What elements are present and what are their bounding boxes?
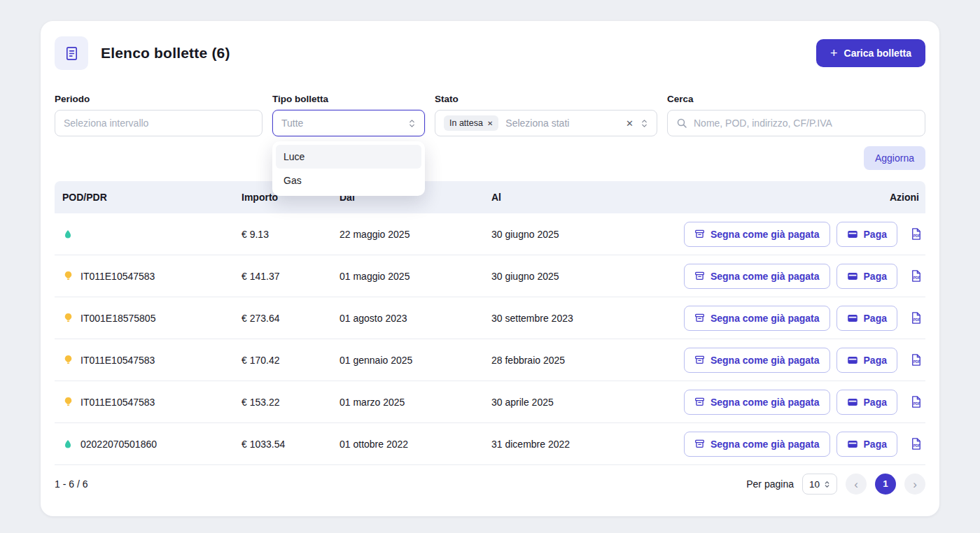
pdf-icon[interactable]: PDF [909,227,923,241]
pay-label: Paga [864,229,887,240]
mark-paid-button[interactable]: Segna come già pagata [684,390,830,415]
current-page-button[interactable]: 1 [875,474,896,495]
upload-bill-label: Carica bolletta [844,48,911,59]
pod-label: IT011E10547583 [80,271,155,282]
pdf-icon[interactable]: PDF [909,311,923,325]
archive-icon [694,355,705,365]
bill-app-icon [55,36,88,70]
archive-icon [694,439,705,449]
mark-paid-button[interactable]: Segna come già pagata [684,222,830,247]
card-icon [847,355,858,366]
periodo-label: Periodo [55,94,262,104]
pay-button[interactable]: Paga [836,432,897,457]
pod-label: IT011E10547583 [80,397,155,408]
pay-button[interactable]: Paga [836,306,897,331]
mark-paid-label: Segna come già pagata [710,271,820,282]
mark-paid-button[interactable]: Segna come già pagata [684,306,830,331]
stato-clear-icon[interactable]: ✕ [626,118,634,129]
filter-tipo: Tipo bolletta Tutte Luce Gas [272,94,425,136]
table-header-row: POD/PDR Importo Dal Al Azioni [55,181,925,213]
periodo-input-wrap [55,110,262,136]
bulb-icon [62,313,74,323]
next-page-button[interactable]: › [904,474,925,495]
dal-cell: 01 marzo 2025 [340,397,491,408]
mark-paid-button[interactable]: Segna come già pagata [684,432,830,457]
al-cell: 30 settembre 2023 [491,313,665,324]
pay-label: Paga [864,355,887,366]
prev-page-button[interactable]: ‹ [846,474,867,495]
mark-paid-label: Segna come già pagata [710,397,820,408]
chip-remove-icon[interactable]: ✕ [487,120,493,127]
tipo-selected-value: Tutte [281,118,303,129]
table-row: IT011E10547583 € 141.37 01 maggio 2025 3… [55,255,925,297]
per-page-label: Per pagina [746,478,794,490]
table-row: IT011E10547583 € 170.42 01 gennaio 2025 … [55,339,925,381]
stato-multiselect[interactable]: In attesa ✕ Seleziona stati ✕ [435,110,657,136]
bills-card: Elenco bollette (6) + Carica bolletta Pe… [41,21,939,516]
mark-paid-button[interactable]: Segna come già pagata [684,348,830,373]
mark-paid-label: Segna come già pagata [710,313,820,324]
tipo-option-gas[interactable]: Gas [276,169,421,192]
pay-button[interactable]: Paga [836,348,897,373]
dal-cell: 01 maggio 2025 [340,271,491,282]
importo-cell: € 9.13 [241,229,340,240]
table-body: € 9.13 22 maggio 2025 30 giugno 2025 Seg… [55,213,925,465]
pdf-icon[interactable]: PDF [909,395,923,408]
svg-text:PDF: PDF [913,360,920,364]
pay-button[interactable]: Paga [836,390,897,415]
pdf-icon[interactable]: PDF [909,269,923,283]
pay-label: Paga [864,439,887,450]
plus-icon: + [830,47,838,59]
table-row: IT001E18575805 € 273.64 01 agosto 2023 3… [55,297,925,339]
tipo-option-luce[interactable]: Luce [276,145,421,169]
al-cell: 28 febbraio 2025 [491,355,665,366]
svg-text:PDF: PDF [913,276,920,280]
search-input[interactable] [694,118,916,129]
tipo-label: Tipo bolletta [272,94,425,104]
stato-chip: In attesa ✕ [444,115,498,131]
card-icon [847,313,858,324]
archive-icon [694,229,705,239]
cerca-input-wrap [667,110,925,136]
svg-text:PDF: PDF [913,402,920,406]
card-icon [847,397,858,408]
filters-bar: Periodo Tipo bolletta Tutte Luce Gas Sta… [55,94,925,136]
tipo-select[interactable]: Tutte [272,110,425,136]
al-cell: 30 aprile 2025 [491,397,665,408]
mark-paid-label: Segna come già pagata [710,229,820,240]
importo-cell: € 141.37 [241,271,340,282]
pay-button[interactable]: Paga [836,264,897,289]
cerca-label: Cerca [667,94,925,104]
receipt-icon [64,45,80,62]
per-page-value: 10 [809,479,820,490]
pay-button[interactable]: Paga [836,222,897,247]
gas-icon [62,229,74,239]
dal-cell: 22 maggio 2025 [340,229,491,240]
header-pod: POD/PDR [55,192,241,203]
filter-stato: Stato In attesa ✕ Seleziona stati ✕ [435,94,657,136]
bulb-icon [62,397,74,407]
periodo-input[interactable] [64,118,253,129]
tipo-dropdown: Luce Gas [272,141,425,196]
card-icon [847,271,858,282]
pdf-icon[interactable]: PDF [909,437,923,450]
card-icon [847,229,858,240]
page-header: Elenco bollette (6) + Carica bolletta [55,36,925,70]
mark-paid-button[interactable]: Segna come già pagata [684,264,830,289]
upload-bill-button[interactable]: + Carica bolletta [816,39,925,67]
pay-label: Paga [864,397,887,408]
updown-chevron-icon [824,480,830,489]
header-al: Al [491,192,665,203]
archive-icon [694,313,705,323]
refresh-row: Aggiorna [55,146,925,170]
importo-cell: € 153.22 [241,397,340,408]
archive-icon [694,397,705,407]
mark-paid-label: Segna come già pagata [710,439,820,450]
al-cell: 30 giugno 2025 [491,271,665,282]
bills-table: POD/PDR Importo Dal Al Azioni € 9.13 22 … [55,181,925,503]
mark-paid-label: Segna come già pagata [710,355,820,366]
pdf-icon[interactable]: PDF [909,353,923,367]
gas-icon [62,439,74,449]
refresh-button[interactable]: Aggiorna [864,146,925,170]
per-page-select[interactable]: 10 [802,474,837,495]
